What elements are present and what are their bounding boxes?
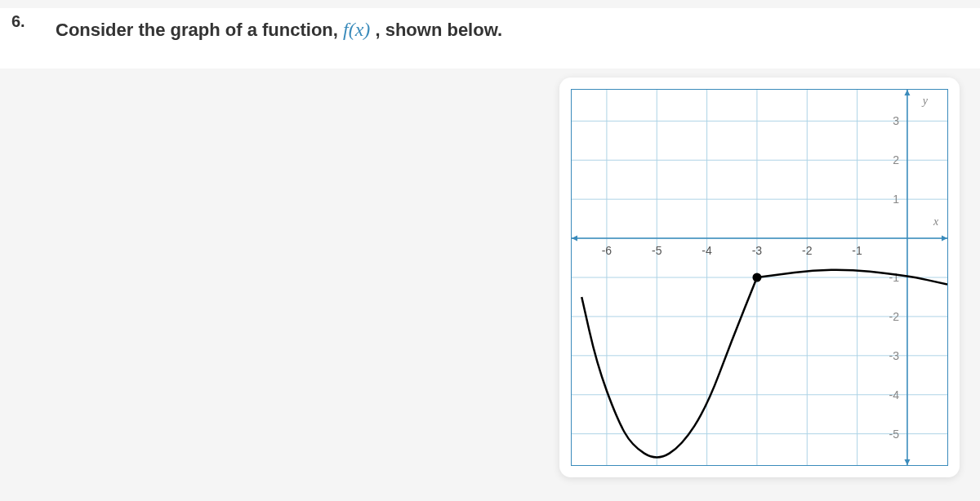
y-tick-label: -2 — [889, 310, 899, 323]
function-chart: -6-5-4-3-2-1321-1-2-3-4-5xy — [572, 90, 947, 465]
question-text-after: , shown below. — [375, 20, 502, 40]
x-tick-label: -2 — [802, 244, 813, 257]
svg-marker-20 — [904, 90, 910, 95]
graph-inner: -6-5-4-3-2-1321-1-2-3-4-5xy — [571, 89, 948, 466]
x-tick-label: -4 — [702, 244, 712, 257]
filled-point — [752, 273, 761, 282]
y-tick-label: 1 — [893, 193, 899, 206]
question-math: f(x) — [343, 19, 370, 40]
x-tick-label: -3 — [752, 244, 763, 257]
y-tick-label: 2 — [893, 153, 899, 166]
x-tick-label: -5 — [652, 244, 662, 257]
question-text: Consider the graph of a function, f(x) ,… — [56, 16, 964, 44]
y-tick-label: -4 — [889, 388, 899, 401]
y-tick-label: -3 — [889, 349, 899, 362]
y-tick-label: 3 — [893, 114, 899, 127]
question-text-before: Consider the graph of a function, — [56, 20, 343, 40]
svg-marker-19 — [572, 236, 577, 242]
x-tick-label: -6 — [602, 244, 612, 257]
y-tick-label: -1 — [889, 271, 899, 284]
question-header: 6. Consider the graph of a function, f(x… — [0, 8, 980, 69]
graph-panel: -6-5-4-3-2-1321-1-2-3-4-5xy — [559, 78, 960, 477]
svg-marker-18 — [942, 236, 947, 242]
x-tick-label: -1 — [852, 244, 862, 257]
y-axis-label: y — [921, 95, 929, 107]
x-axis-label: x — [933, 215, 939, 228]
svg-marker-21 — [904, 459, 910, 465]
curve-parabola — [581, 277, 757, 457]
question-number: 6. — [11, 12, 25, 31]
y-tick-label: -5 — [889, 428, 899, 441]
